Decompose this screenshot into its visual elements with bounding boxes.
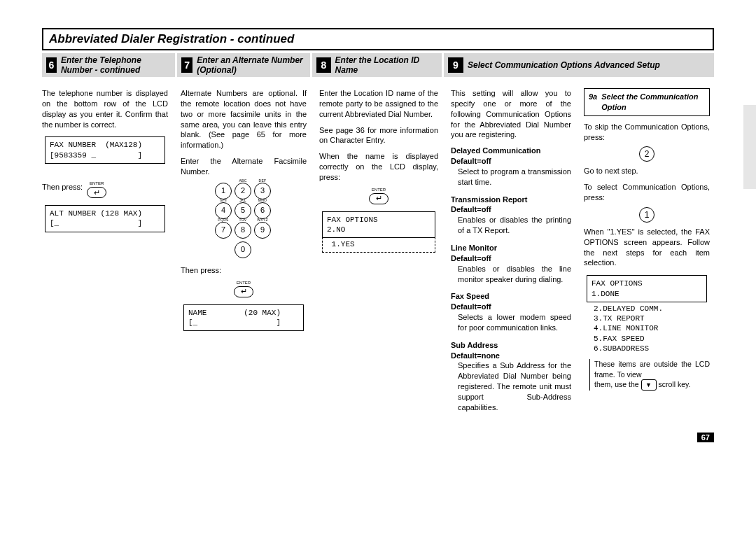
column-2: Alternate Numbers are optional. If the r… <box>181 88 307 338</box>
opt-tx-h: Transmission Report <box>451 195 571 205</box>
key-6[interactable]: MNO6 <box>254 202 271 219</box>
key-5[interactable]: JKL5 <box>234 202 251 219</box>
step-9-label: Select Communication Options Advanced Se… <box>468 60 660 70</box>
page-title: Abbreviated Dialer Registration - contin… <box>42 28 714 50</box>
step-num-6: 6 <box>46 57 57 73</box>
steps-row: 6 Enter the Telephone Number - continued… <box>42 53 714 77</box>
opt-delayed-h: Delayed Communication <box>451 146 571 156</box>
col5-p1: To skip the Communication Options, press… <box>584 122 710 143</box>
page-number: 67 <box>697 433 714 442</box>
opt-sub-d: Default=none <box>451 351 571 361</box>
column-4: This setting will allow you to specify o… <box>451 88 571 420</box>
opt-delayed-d: Default=off <box>451 156 571 167</box>
col5-p4: When "1.YES" is selected, the FAX OPTION… <box>584 227 710 268</box>
key-1-button[interactable]: 1 <box>639 207 654 223</box>
side-tab <box>743 105 756 189</box>
scroll-down-icon[interactable]: ▼ <box>641 379 657 391</box>
lcd-fax-options-done: FAX OPTIONS 1.DONE <box>587 275 707 302</box>
enter-label-3: ENTER <box>372 187 386 192</box>
sub-9a-label: Select the Communication Option <box>601 92 705 113</box>
opt-line-h: Line Monitor <box>451 243 571 253</box>
opt-sub-b: Specifies a Sub Address for the Abbrevia… <box>451 360 571 412</box>
col3-p1: Enter the Location ID name of the remote… <box>319 88 438 120</box>
scroll-note: These items are outside the LCD frame. T… <box>589 359 710 391</box>
opt-delayed-b: Select to program a transmission start t… <box>451 167 571 188</box>
enter-button[interactable]: ↵ <box>87 187 106 198</box>
col2-p2: Enter the Alternate Facsimile Number. <box>181 156 307 177</box>
step-6-header: 6 Enter the Telephone Number - continued <box>42 53 175 77</box>
col1-p1: The telephone number is displayed on the… <box>42 88 168 129</box>
step-num-8: 8 <box>316 57 331 73</box>
opt-line: Line Monitor Default=off Enables or disa… <box>451 243 571 284</box>
sub-9a-header: 9a Select the Communication Option <box>584 88 710 116</box>
lcd-fax-options-extra: 2.DELAYED COMM. 3.TX REPORT 4.LINE MONIT… <box>594 304 707 353</box>
col3-p3: When the name is displayed correctly on … <box>319 151 438 183</box>
opt-speed-b: Selects a lower modem speed for poor com… <box>451 312 571 333</box>
enter-label: ENTER <box>90 181 104 186</box>
key-4[interactable]: GHI4 <box>215 202 232 219</box>
key-8[interactable]: TUV8 <box>234 222 251 239</box>
note2b: scroll key. <box>658 380 690 388</box>
col5-p2: Go to next step. <box>584 166 710 176</box>
note2a: them, use the <box>594 380 641 388</box>
opt-sub: Sub Address Default=none Specifies a Sub… <box>451 340 571 413</box>
lcd-fax-options-yes: 1.YES <box>322 237 435 253</box>
enter-button-2[interactable]: ↵ <box>234 286 253 297</box>
opt-tx-d: Default=off <box>451 204 571 215</box>
keypad: 1 ABC2 DEF3 GHI4 JKL5 MNO6 PQRS7 TUV8 WX… <box>215 183 272 260</box>
lcd-alt-number: ALT NUMBER (128 MAX) [_ ] <box>45 205 165 232</box>
column-3: Enter the Location ID name of the remote… <box>319 88 438 253</box>
opt-line-b: Enables or disables the line monitor spe… <box>451 264 571 285</box>
opt-speed-d: Default=off <box>451 302 571 312</box>
step-num-7: 7 <box>181 57 192 73</box>
column-1: The telephone number is displayed on the… <box>42 88 168 239</box>
step-8-label: Enter the Location ID Name <box>335 55 438 75</box>
then-press-2: Then press: <box>181 265 307 276</box>
opt-tx-b: Enables or disables the printing of a TX… <box>451 215 571 236</box>
enter-button-3[interactable]: ↵ <box>369 193 388 204</box>
key-1[interactable]: 1 <box>215 183 232 199</box>
lcd-name: NAME (20 MAX) [_ ] <box>183 304 304 332</box>
opt-tx: Transmission Report Default=off Enables … <box>451 195 571 236</box>
opt-delayed: Delayed Communication Default=off Select… <box>451 146 571 187</box>
sub-9a-num: 9a <box>589 92 597 113</box>
step-6-label: Enter the Telephone Number - continued <box>61 55 171 75</box>
opt-speed-h: Fax Speed <box>451 291 571 302</box>
content-columns: The telephone number is displayed on the… <box>42 88 714 420</box>
step-7-header: 7 Enter an Alternate Number (Optional) <box>177 53 310 77</box>
then-press-row: Then press: ENTER ↵ <box>42 176 168 198</box>
key-2-button[interactable]: 2 <box>639 146 654 162</box>
step-9-header: 9 Select Communication Options Advanced … <box>444 53 714 77</box>
opt-speed: Fax Speed Default=off Selects a lower mo… <box>451 291 571 332</box>
enter-label-2: ENTER <box>237 280 251 286</box>
opt-sub-h: Sub Address <box>451 340 571 351</box>
key-9[interactable]: WXYZ9 <box>254 222 271 239</box>
key-2[interactable]: ABC2 <box>234 183 251 199</box>
column-5: 9a Select the Communication Option To sk… <box>584 88 710 391</box>
note1: These items are outside the LCD frame. T… <box>594 360 710 378</box>
col4-intro: This setting will allow you to specify o… <box>451 88 571 140</box>
col3-p2: See page 36 for more information on Char… <box>319 125 438 146</box>
key-0[interactable]: 0 <box>234 241 251 258</box>
opt-line-d: Default=off <box>451 253 571 264</box>
key-3[interactable]: DEF3 <box>254 183 271 199</box>
step-num-9: 9 <box>448 57 463 73</box>
lcd-fax-options: FAX OPTIONS 2.NO <box>322 211 435 239</box>
key-7[interactable]: PQRS7 <box>215 222 232 239</box>
step-7-label: Enter an Alternate Number (Optional) <box>197 55 306 75</box>
lcd-fax-number: FAX NUMBER (MAX128) [9583359 _ ] <box>45 136 165 164</box>
col2-p1: Alternate Numbers are optional. If the r… <box>181 88 307 150</box>
col5-p3: To select Communication Options, press: <box>584 182 710 203</box>
then-press-label: Then press: <box>42 182 83 192</box>
step-8-header: 8 Enter the Location ID Name <box>312 53 442 77</box>
